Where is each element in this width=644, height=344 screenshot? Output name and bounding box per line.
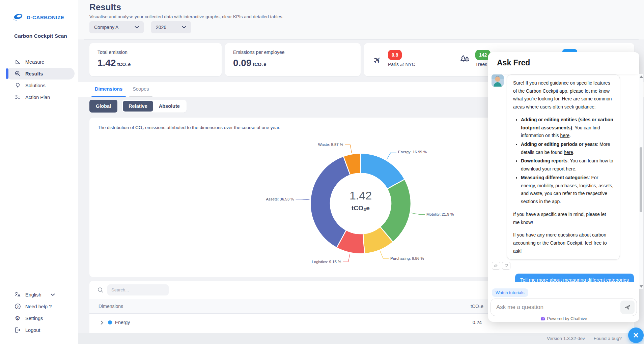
- company-select[interactable]: Company A: [89, 21, 144, 33]
- message-feedback: [492, 262, 634, 270]
- sidebar-item-measure[interactable]: Measure: [6, 56, 75, 68]
- chat-title: Ask Fred: [488, 52, 639, 74]
- bot-bullets: Adding or editing entities (sites or car…: [513, 116, 614, 206]
- kpi-unit: tCO₂e: [253, 62, 267, 67]
- here-link[interactable]: here: [564, 150, 573, 155]
- bot-message-bubble: Sure! If you need guidance on specific f…: [507, 74, 620, 260]
- filter-bar: Company A 2026: [89, 21, 191, 33]
- donut-total-unit: tCO₂e: [327, 205, 394, 212]
- scrollbar-thumb[interactable]: [640, 147, 642, 212]
- slice-label-mobility: Mobility: 21.9 %: [426, 212, 454, 216]
- nav-label: Measure: [25, 59, 44, 65]
- user-quick-reply-row: Tell me more about measuring different c…: [492, 274, 634, 282]
- chat-input[interactable]: [496, 304, 620, 311]
- bot-message: Sure! If you need guidance on specific f…: [492, 74, 634, 260]
- logout-icon: [14, 327, 21, 334]
- nav-label: Results: [25, 71, 43, 76]
- sidebar-footer: English ? Need help ? ⚙ Settings: [14, 289, 55, 336]
- kpi-label: Emissions per employee: [233, 50, 361, 55]
- category-color-dot: [108, 320, 112, 324]
- chat-panel: Ask Fred Sure! If you need guidance on s…: [488, 52, 639, 322]
- slice-label-energy: Energy: 16.99 %: [398, 150, 427, 154]
- here-link[interactable]: here: [566, 166, 575, 171]
- sidebar-nav: Measure Results Solutions: [0, 56, 78, 103]
- chat-top-notch: [562, 49, 577, 52]
- slice-label-waste: Waste: 5.57 %: [318, 143, 343, 147]
- scroll-up-arrow[interactable]: [640, 75, 643, 78]
- tab-dimensions[interactable]: Dimensions: [95, 82, 122, 97]
- label-leader-line: [296, 199, 310, 200]
- tab-scopes[interactable]: Scopes: [133, 82, 149, 97]
- checklist-icon: [14, 94, 21, 101]
- scroll-down-arrow[interactable]: [640, 285, 643, 288]
- equivalent-flights: ✈ 0.8 Paris ⇄ NYC: [371, 50, 415, 67]
- nav-label: Solutions: [25, 83, 46, 88]
- sidebar-item-solutions[interactable]: Solutions: [6, 80, 75, 91]
- powered-by: Powered by Chathive: [488, 316, 639, 321]
- bot-bullet: Measuring different categories: For ener…: [521, 174, 614, 206]
- slice-label-assets: Assets: 36.53 %: [266, 197, 294, 201]
- slice-label-purchasing: Purchasing: 9.86 %: [390, 256, 424, 260]
- header-strip: [78, 0, 644, 39]
- page-title: Results: [89, 2, 121, 12]
- label-leader-line: [411, 213, 425, 215]
- donut-total-value: 1.42: [327, 189, 394, 202]
- row-value: 0.24: [473, 320, 482, 325]
- chat-scrollbar[interactable]: [639, 74, 643, 289]
- label-leader-line: [345, 145, 352, 153]
- bot-bullet: Adding or editing periods or years: More…: [521, 140, 614, 156]
- powered-by-text: Powered by Chathive: [547, 316, 587, 321]
- label-leader-line: [380, 251, 389, 259]
- label-leader-line: [343, 254, 350, 262]
- settings-label: Settings: [25, 316, 43, 321]
- logout-button[interactable]: Logout: [14, 324, 55, 336]
- flights-badge: 0.8: [388, 50, 402, 60]
- global-button[interactable]: Global: [89, 100, 117, 113]
- chat-input-bar: [491, 299, 637, 316]
- need-help-button[interactable]: ? Need help ?: [14, 301, 55, 312]
- found-a-bug-link[interactable]: Found a bug?: [594, 336, 622, 341]
- chat-messages: Sure! If you need guidance on specific f…: [492, 74, 634, 282]
- relative-absolute-toggle: Relative Absolute: [122, 100, 187, 113]
- column-tco2e: tCO₂e: [471, 304, 483, 309]
- row-name: Energy: [115, 320, 130, 325]
- company-select-value: Company A: [94, 25, 118, 30]
- logout-label: Logout: [25, 327, 40, 333]
- settings-button[interactable]: ⚙ Settings: [14, 312, 55, 324]
- airplane-icon: ✈: [371, 55, 384, 66]
- d-carbonize-logo-icon: [12, 13, 24, 22]
- kpi-label: Total emission: [97, 50, 222, 55]
- here-link[interactable]: here: [560, 133, 570, 138]
- chevron-down-icon: [182, 26, 186, 29]
- language-selector[interactable]: English: [14, 289, 55, 301]
- sidebar: D-CARBONIZE Carbon Cockpit Scan Measure …: [0, 0, 78, 344]
- thumbs-down-button[interactable]: [502, 262, 510, 270]
- watch-tutorials-link[interactable]: Watch tutorials: [492, 288, 528, 297]
- trees-icon: [459, 55, 471, 64]
- svg-text:?: ?: [17, 305, 19, 308]
- expand-chevron-icon[interactable]: [101, 320, 104, 325]
- search-icon: [97, 287, 104, 293]
- sidebar-item-results[interactable]: Results: [6, 68, 75, 80]
- thumbs-up-button[interactable]: [492, 262, 500, 270]
- lightbulb-icon: [14, 82, 21, 89]
- search-input[interactable]: [107, 284, 169, 295]
- paper-plane-icon: [624, 304, 631, 310]
- label-leader-line: [387, 152, 396, 160]
- quick-reply-button[interactable]: Tell me more about measuring different c…: [515, 274, 634, 282]
- table-search-row: [97, 284, 169, 295]
- year-select[interactable]: 2026: [151, 21, 191, 33]
- chevron-down-icon: [135, 26, 139, 29]
- brand-name: D-CARBONIZE: [27, 14, 64, 20]
- page-subtitle: Visualise and analyse your collected dat…: [89, 14, 283, 19]
- brand-logo: D-CARBONIZE: [12, 13, 64, 22]
- flights-label: Paris ⇄ NYC: [388, 62, 415, 67]
- year-select-value: 2026: [156, 25, 166, 30]
- bot-intro: Sure! If you need guidance on specific f…: [513, 79, 614, 111]
- sidebar-item-action-plan[interactable]: Action Plan: [6, 91, 75, 103]
- send-button[interactable]: [620, 301, 635, 314]
- relative-button[interactable]: Relative: [123, 101, 153, 112]
- chathive-robot-icon: [540, 316, 545, 321]
- chat-close-button[interactable]: ×: [628, 327, 644, 343]
- absolute-button[interactable]: Absolute: [153, 101, 186, 112]
